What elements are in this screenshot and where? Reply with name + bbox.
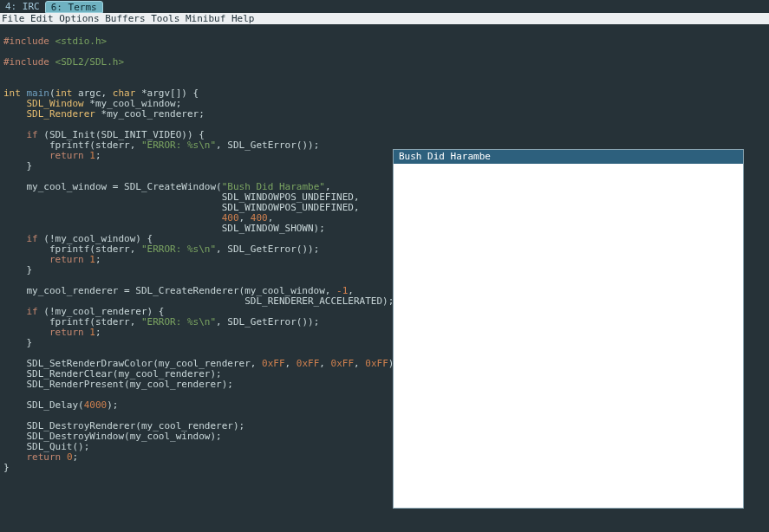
code-token: , (285, 358, 297, 369)
code-token: 1 (89, 327, 95, 338)
code-token: "ERROR: %s\n" (141, 316, 216, 328)
code-token: ); (107, 399, 118, 411)
code-token (61, 451, 67, 463)
code-token: SDL_Renderer (27, 108, 95, 120)
code-token: , SDL_GetError()); (216, 243, 319, 255)
code-token: 4000 (84, 399, 108, 411)
code-token (3, 108, 27, 120)
tab-terms[interactable]: 6: Terms (45, 1, 103, 13)
code-token: 0xFF (365, 358, 388, 369)
code-token: } (3, 337, 32, 348)
code-token: #include (3, 36, 55, 47)
code-token: return (27, 451, 62, 463)
code-token: <stdio.h> (55, 36, 108, 47)
code-token: ; (73, 451, 79, 463)
code-token: ; (95, 150, 101, 161)
code-token: SDL_RenderPresent(my_cool_renderer); (3, 379, 233, 390)
code-token: 0xFF (331, 358, 355, 369)
tab-irc[interactable]: 4: IRC (0, 1, 45, 13)
code-token: SDL_Delay( (3, 399, 84, 411)
code-token: <SDL2/SDL.h> (55, 56, 124, 68)
code-token: return (49, 327, 84, 338)
code-token: *my_cool_renderer; (95, 108, 205, 120)
code-token: , (354, 358, 365, 369)
workspace-tab-bar: 4: IRC 6: Terms (0, 0, 769, 13)
code-token: #include (3, 56, 55, 68)
code-token: 0xFF (262, 358, 285, 369)
code-token: ; (95, 327, 101, 338)
emacs-menubar[interactable]: File Edit Options Buffers Tools Minibuf … (0, 13, 769, 24)
code-token: 1 (89, 150, 95, 161)
code-token: "ERROR: %s\n" (141, 243, 216, 255)
code-token: 0 (67, 451, 73, 463)
code-token: } (3, 462, 10, 473)
sdl-output-window[interactable]: Bush Did Harambe (393, 149, 744, 509)
code-token: , SDL_GetError()); (216, 316, 319, 328)
code-token: 1 (89, 254, 95, 265)
code-token: , SDL_GetError()); (216, 139, 319, 151)
code-token: } (3, 264, 32, 276)
code-token: 0xFF (297, 358, 320, 369)
code-token: , (319, 358, 330, 369)
code-token: ; (95, 254, 101, 265)
sdl-window-titlebar[interactable]: Bush Did Harambe (394, 150, 743, 164)
code-token: return (49, 254, 84, 265)
code-token: } (3, 160, 32, 172)
code-token: "ERROR: %s\n" (141, 139, 216, 151)
code-token: return (49, 150, 84, 161)
